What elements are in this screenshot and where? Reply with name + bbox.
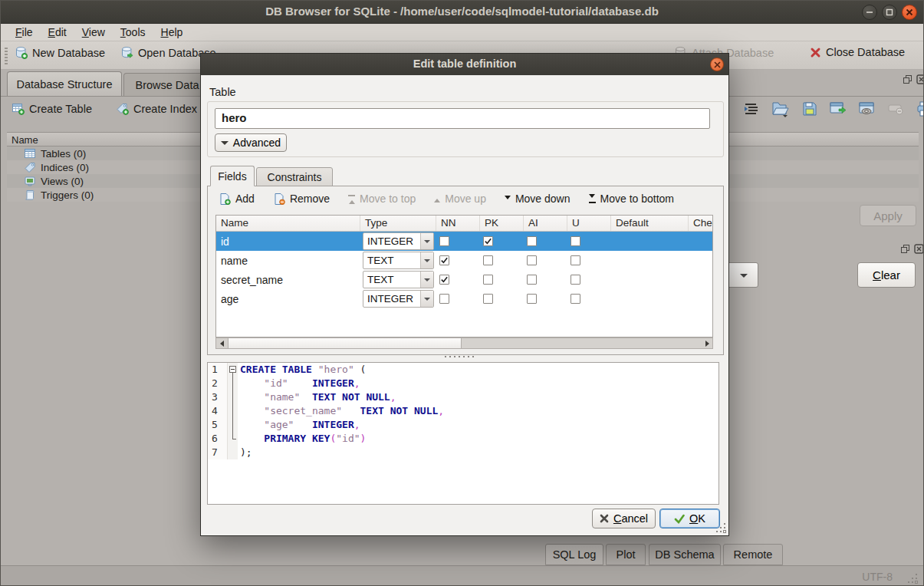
clear-button[interactable]: Clear: [857, 262, 916, 288]
ai-checkbox[interactable]: [527, 294, 537, 304]
cell-pk: [480, 275, 524, 285]
create-index-button[interactable]: Create Index: [116, 102, 197, 115]
type-combobox[interactable]: INTEGER: [363, 290, 434, 308]
column-header-type[interactable]: Type: [360, 216, 436, 231]
open-sql-file-icon[interactable]: [771, 100, 791, 118]
tab-database-structure[interactable]: Database Structure: [7, 71, 122, 97]
cancel-button[interactable]: Cancel: [592, 509, 656, 528]
format-sql-icon[interactable]: [743, 100, 760, 117]
u-checkbox[interactable]: [571, 275, 580, 285]
ai-checkbox[interactable]: [527, 275, 537, 285]
link-sql-icon[interactable]: [858, 100, 876, 117]
export-sql-icon[interactable]: [829, 100, 847, 117]
type-combobox[interactable]: TEXT: [363, 271, 434, 288]
filter-combobox[interactable]: [726, 262, 758, 288]
combo-arrow-icon[interactable]: [420, 291, 433, 307]
menu-file[interactable]: File: [8, 25, 40, 40]
nn-checkbox[interactable]: [439, 294, 449, 304]
pk-checkbox[interactable]: [483, 255, 493, 265]
field-row-secret-name[interactable]: secret_nameTEXT: [216, 270, 712, 289]
splitter-handle[interactable]: [445, 356, 475, 357]
column-header-ai[interactable]: AI: [524, 216, 567, 231]
column-header-check[interactable]: Check: [689, 216, 713, 231]
dock-close-icon[interactable]: [914, 244, 924, 254]
dialog-titlebar[interactable]: Edit table definition: [201, 54, 728, 75]
move-down-button[interactable]: Move down: [505, 193, 571, 205]
column-header-u[interactable]: U: [567, 216, 611, 231]
sql-line: 1CREATE TABLE "hero" (: [208, 363, 718, 377]
tree-item-label: Views (0): [41, 176, 84, 187]
ai-checkbox[interactable]: [527, 255, 537, 265]
maximize-icon[interactable]: [882, 5, 897, 20]
tab-fields[interactable]: Fields: [210, 166, 255, 186]
grid-horizontal-scrollbar[interactable]: [215, 337, 713, 349]
menu-tools[interactable]: Tools: [113, 25, 153, 40]
field-name-cell[interactable]: age: [216, 293, 360, 305]
menu-view[interactable]: View: [75, 25, 112, 40]
save-sql-file-icon[interactable]: [801, 100, 818, 117]
advanced-button[interactable]: Advanced: [215, 133, 287, 152]
field-name-cell[interactable]: secret_name: [216, 274, 360, 286]
add-button[interactable]: Add: [219, 193, 255, 205]
tab-plot[interactable]: Plot: [606, 544, 646, 565]
nn-checkbox[interactable]: [439, 275, 449, 285]
table-name-input[interactable]: hero: [215, 108, 710, 129]
cell-u: [567, 275, 611, 285]
pk-checkbox[interactable]: [483, 275, 493, 285]
scrollbar-thumb[interactable]: [228, 338, 462, 348]
column-header-default[interactable]: Default: [611, 216, 689, 231]
sql-code: );: [238, 446, 252, 459]
combo-arrow-icon[interactable]: [420, 252, 433, 268]
move-to-bottom-button[interactable]: Move to bottom: [589, 193, 675, 205]
type-combobox[interactable]: INTEGER: [363, 232, 434, 250]
menu-help[interactable]: Help: [154, 25, 190, 40]
pk-checkbox[interactable]: [483, 236, 493, 246]
dock-float-icon[interactable]: [900, 244, 910, 254]
column-header-nn[interactable]: NN: [436, 216, 480, 231]
tab-db-schema[interactable]: DB Schema: [649, 544, 721, 565]
dock-close-icon[interactable]: [916, 74, 924, 84]
scroll-left-icon[interactable]: [216, 338, 228, 348]
column-header-pk[interactable]: PK: [480, 216, 524, 231]
minimize-icon[interactable]: [862, 5, 877, 20]
tab-remote[interactable]: Remote: [723, 544, 783, 565]
field-name-cell[interactable]: name: [216, 255, 360, 267]
remove-button[interactable]: Remove: [273, 193, 330, 205]
create-index-icon: [116, 102, 129, 115]
combo-arrow-icon[interactable]: [420, 233, 433, 249]
line-number: 1: [208, 363, 228, 377]
nn-checkbox[interactable]: [439, 236, 449, 246]
window-resize-grip[interactable]: [906, 572, 917, 583]
pk-checkbox[interactable]: [483, 294, 493, 304]
menu-edit[interactable]: Edit: [41, 25, 74, 40]
ai-checkbox[interactable]: [527, 236, 537, 246]
nn-checkbox[interactable]: [439, 255, 449, 265]
new-database-button[interactable]: New Database: [15, 46, 105, 59]
type-combobox[interactable]: TEXT: [363, 252, 434, 269]
print-sql-icon[interactable]: [916, 100, 924, 117]
create-table-button[interactable]: Create Table: [12, 102, 92, 115]
u-checkbox[interactable]: [571, 236, 580, 246]
ok-button[interactable]: OK: [659, 509, 720, 528]
field-row-age[interactable]: ageINTEGER: [216, 289, 712, 308]
field-row-id[interactable]: idINTEGER: [216, 232, 712, 251]
line-number: 6: [208, 432, 228, 446]
dialog-resize-grip[interactable]: [715, 522, 725, 532]
tab-sql-log[interactable]: SQL Log: [545, 544, 603, 565]
close-database-button[interactable]: Close Database: [810, 46, 905, 58]
toolbar-drag-handle[interactable]: [5, 48, 8, 64]
fold-gutter[interactable]: [228, 363, 238, 377]
close-window-icon[interactable]: [902, 5, 917, 20]
u-checkbox[interactable]: [571, 294, 580, 304]
u-checkbox[interactable]: [571, 255, 580, 265]
column-header-name[interactable]: Name: [216, 216, 360, 231]
combo-arrow-icon[interactable]: [420, 272, 433, 288]
field-row-name[interactable]: nameTEXT: [216, 251, 712, 270]
tab-constraints[interactable]: Constraints: [256, 167, 333, 186]
dialog-close-icon[interactable]: [710, 58, 724, 71]
tab-browse-data[interactable]: Browse Data: [123, 73, 211, 97]
dock-float-icon[interactable]: [903, 74, 912, 84]
apply-button: Apply: [860, 205, 916, 226]
field-name-cell[interactable]: id: [216, 235, 360, 248]
scroll-right-icon[interactable]: [701, 338, 712, 348]
